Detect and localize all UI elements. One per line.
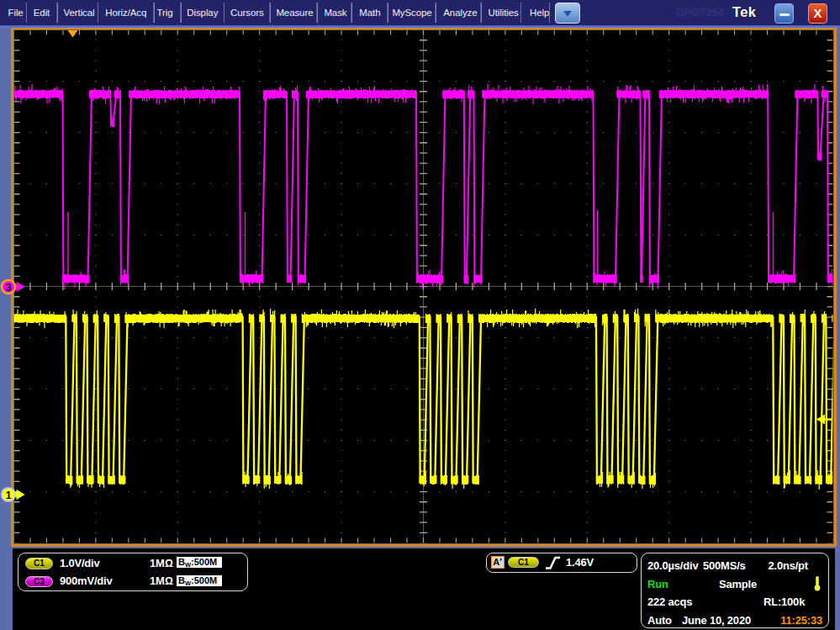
svg-text:1: 1 [5,489,11,501]
svg-text:3: 3 [5,281,11,294]
